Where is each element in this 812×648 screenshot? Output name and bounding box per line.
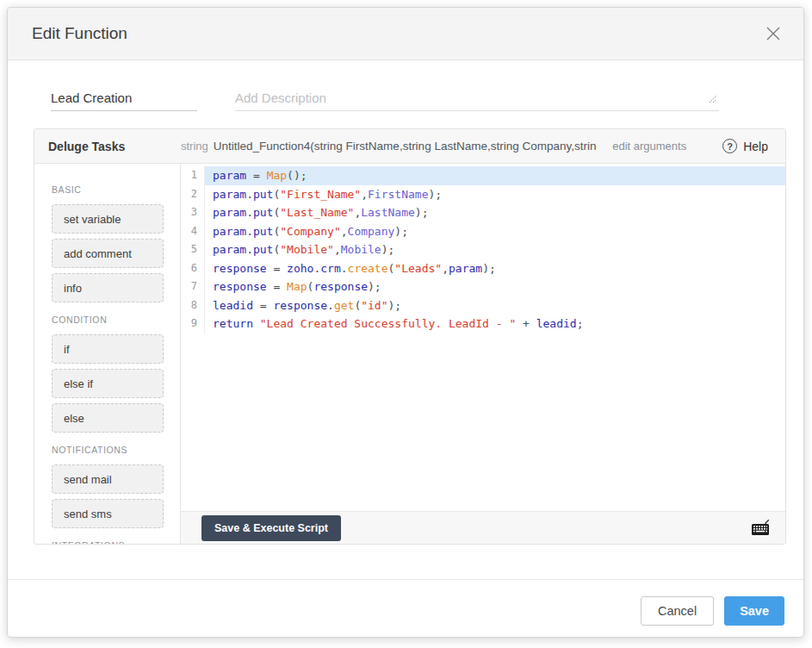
- code-token: param: [449, 262, 482, 275]
- code-token: "Last_Name": [280, 206, 354, 219]
- line-number: 7: [181, 277, 205, 296]
- save-button[interactable]: Save: [724, 596, 784, 626]
- code-token: +: [516, 317, 536, 330]
- line-number: 1: [181, 166, 205, 185]
- code-token: put: [253, 188, 273, 201]
- code-token: ,: [361, 188, 368, 201]
- sidebar-section-label: INTEGRATIONS: [52, 540, 164, 544]
- code-line-content: param.put("First_Name",FirstName);: [205, 185, 785, 204]
- code-line-content: response = Map(response);: [205, 277, 785, 296]
- code-token: zoho: [287, 262, 313, 275]
- code-token: put: [253, 225, 273, 238]
- line-number: 6: [181, 259, 205, 278]
- resize-handle-icon[interactable]: [709, 91, 717, 107]
- code-token: .: [341, 262, 348, 275]
- code-token: param: [213, 243, 246, 256]
- help-icon: ?: [722, 139, 737, 153]
- line-number: 3: [181, 203, 205, 222]
- help-label: Help: [743, 140, 768, 153]
- code-line: 9return "Lead Created Successfully. Lead…: [181, 315, 785, 333]
- code-token: );: [381, 243, 395, 256]
- sidebar-item-info[interactable]: info: [52, 273, 164, 302]
- sidebar-item-else[interactable]: else: [52, 403, 164, 433]
- help-button[interactable]: ? Help: [722, 139, 768, 153]
- sidebar-item-add-comment[interactable]: add comment: [52, 239, 164, 268]
- code-token: =: [246, 169, 266, 182]
- task-sidebar: BASICset variableadd commentinfoCONDITIO…: [34, 164, 181, 544]
- code-token: "id": [361, 299, 387, 312]
- code-token: );: [428, 188, 442, 201]
- code-token: );: [482, 262, 496, 275]
- edit-arguments-link[interactable]: edit arguments: [612, 140, 686, 153]
- code-token: .: [246, 188, 253, 201]
- code-token: Map: [267, 169, 287, 182]
- sidebar-section-label: NOTIFICATIONS: [52, 445, 164, 455]
- line-number: 5: [181, 240, 205, 259]
- dialog-title: Edit Function: [32, 24, 764, 43]
- code-token: Mobile: [341, 243, 381, 256]
- sidebar-section-label: BASIC: [52, 184, 164, 195]
- code-token: leadid: [536, 317, 577, 330]
- panel-header: Deluge Tasks string Untitled_Function4(s…: [34, 129, 785, 164]
- deluge-tasks-panel: Deluge Tasks string Untitled_Function4(s…: [34, 128, 786, 545]
- panel-title: Deluge Tasks: [34, 140, 181, 153]
- editor-bottom-bar: Save & Execute Script: [181, 511, 785, 544]
- signature-return-type: string: [181, 140, 208, 153]
- footer-divider: [8, 579, 803, 580]
- code-token: "Lead Created Successfully. LeadId - ": [260, 317, 516, 330]
- code-token: response: [313, 280, 368, 293]
- signature-text: Untitled_Function4(string FirstName,stri…: [214, 140, 597, 153]
- code-line-content: param = Map();: [205, 166, 785, 185]
- code-line-content: param.put("Last_Name",LastName);: [205, 203, 785, 222]
- code-token: "Mobile": [280, 243, 334, 256]
- sidebar-item-if[interactable]: if: [52, 334, 164, 364]
- code-token: leadid: [213, 299, 253, 312]
- cancel-button[interactable]: Cancel: [641, 596, 714, 626]
- code-token: ;: [577, 317, 584, 330]
- sidebar-item-send-sms[interactable]: send sms: [52, 499, 164, 528]
- code-token: param: [213, 169, 246, 182]
- code-token: return: [213, 317, 260, 330]
- code-token: .: [246, 206, 253, 219]
- function-name-input[interactable]: [51, 85, 197, 111]
- code-token: param: [213, 225, 246, 238]
- sidebar-item-send-mail[interactable]: send mail: [52, 464, 164, 494]
- dialog-titlebar: Edit Function: [8, 8, 803, 60]
- code-line: 5param.put("Mobile",Mobile);: [181, 240, 785, 259]
- code-token: "Company": [280, 225, 340, 238]
- code-token: .: [246, 225, 253, 238]
- code-token: LastName: [361, 206, 415, 219]
- code-line: 4param.put("Company",Company);: [181, 222, 785, 241]
- code-line: 1param = Map();: [181, 166, 785, 185]
- line-number: 9: [181, 315, 205, 333]
- code-token: =: [253, 299, 273, 312]
- code-token: param: [213, 206, 246, 219]
- code-token: create: [348, 262, 388, 275]
- close-icon[interactable]: [764, 24, 783, 43]
- code-token: FirstName: [368, 188, 428, 201]
- code-line-content: param.put("Company",Company);: [205, 222, 785, 241]
- code-token: "First_Name": [280, 188, 361, 201]
- sidebar-section-label: CONDITION: [52, 315, 164, 325]
- panel-body: BASICset variableadd commentinfoCONDITIO…: [34, 164, 785, 544]
- code-area[interactable]: 1param = Map();2param.put("First_Name",F…: [181, 164, 785, 511]
- code-token: get: [334, 299, 354, 312]
- code-line-content: param.put("Mobile",Mobile);: [205, 240, 785, 259]
- sidebar-item-set-variable[interactable]: set variable: [52, 204, 164, 234]
- sidebar-item-else-if[interactable]: else if: [52, 369, 164, 398]
- description-input[interactable]: [235, 85, 719, 111]
- code-token: =: [267, 280, 287, 293]
- code-line: 7response = Map(response);: [181, 277, 785, 296]
- edit-function-dialog: Edit Function Deluge Tasks string Untitl…: [7, 7, 804, 638]
- code-token: param: [213, 188, 246, 201]
- keyboard-shortcuts-icon[interactable]: [749, 518, 772, 539]
- code-token: ,: [442, 262, 449, 275]
- code-token: ();: [287, 169, 307, 182]
- save-execute-button[interactable]: Save & Execute Script: [201, 515, 341, 541]
- code-token: );: [368, 280, 381, 293]
- code-token: put: [253, 206, 273, 219]
- code-line: 3param.put("Last_Name",LastName);: [181, 203, 785, 222]
- code-token: ,: [341, 225, 348, 238]
- code-token: Map: [287, 280, 307, 293]
- code-line-content: leadid = response.get("id");: [205, 296, 785, 315]
